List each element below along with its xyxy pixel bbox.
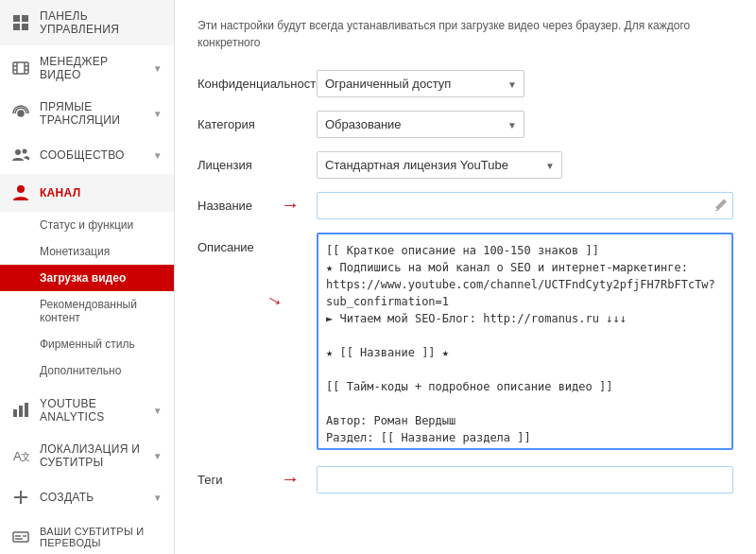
sidebar-subitem-upload[interactable]: Загрузка видео <box>0 265 174 291</box>
sidebar-item-subtitles[interactable]: ВАШИ СУБТИТРЫ И ПЕРЕВОДЫ <box>0 516 174 554</box>
edit-icon <box>714 198 728 214</box>
translate-icon: A 文 <box>11 446 30 465</box>
category-select-wrapper: Образование Развлечения Наука и технолог… <box>317 111 524 138</box>
sidebar-label-localization: ЛОКАЛИЗАЦИЯ И СУБТИТРЫ <box>40 442 144 469</box>
privacy-select-wrapper: Ограниченный доступ Открытый доступ Скры… <box>317 70 524 97</box>
sidebar-label-dashboard: ПАНЕЛЬ УПРАВЛЕНИЯ <box>40 9 163 36</box>
arrow-name-indicator: → <box>281 194 300 216</box>
sidebar-label-subtitles: ВАШИ СУБТИТРЫ И ПЕРЕВОДЫ <box>40 526 163 548</box>
category-row: Категория Образование Развлечения Наука … <box>198 111 733 138</box>
description-row: Описание → <box>198 233 733 453</box>
sidebar-label-community: СООБЩЕСТВО <box>40 148 125 162</box>
film-icon <box>11 59 30 78</box>
sidebar-item-live[interactable]: ПРЯМЫЕ ТРАНСЛЯЦИИ ▼ <box>0 91 174 136</box>
sidebar: ПАНЕЛЬ УПРАВЛЕНИЯ МЕНЕДЖЕР ВИДЕО ▼ П <box>0 0 175 554</box>
license-select[interactable]: Стандартная лицензия YouTube Creative Co… <box>317 151 562 179</box>
sidebar-item-dashboard[interactable]: ПАНЕЛЬ УПРАВЛЕНИЯ <box>0 0 174 45</box>
plus-icon <box>11 488 30 507</box>
arrow-description-indicator: → <box>262 286 289 315</box>
license-select-wrapper: Стандартная лицензия YouTube Creative Co… <box>317 151 562 179</box>
chevron-down-icon: ▼ <box>153 63 163 74</box>
svg-rect-21 <box>14 496 27 498</box>
description-wrapper <box>317 233 733 453</box>
privacy-row: Конфиденциальность Ограниченный доступ О… <box>198 70 733 97</box>
tags-input-wrapper <box>317 466 733 493</box>
radio-icon <box>11 104 30 123</box>
category-select[interactable]: Образование Развлечения Наука и технолог… <box>317 111 524 138</box>
people-icon <box>11 146 30 164</box>
svg-rect-16 <box>19 406 23 417</box>
license-row: Лицензия Стандартная лицензия YouTube Cr… <box>198 151 733 179</box>
sidebar-subitem-status[interactable]: Статус и функции <box>0 212 174 238</box>
privacy-control: Ограниченный доступ Открытый доступ Скры… <box>317 70 733 97</box>
svg-rect-2 <box>13 24 20 30</box>
name-row: Название → <box>198 192 733 219</box>
description-label: Описание <box>198 233 301 254</box>
svg-rect-4 <box>13 62 28 74</box>
tags-row: Теги → <box>198 466 733 493</box>
svg-point-14 <box>17 185 25 193</box>
sidebar-item-analytics[interactable]: YOUTUBE ANALYTICS ▼ <box>0 388 174 433</box>
description-textarea[interactable] <box>317 233 733 450</box>
license-control: Стандартная лицензия YouTube Creative Co… <box>317 151 733 179</box>
sidebar-subitem-style[interactable]: Фирменный стиль <box>0 331 174 357</box>
sidebar-item-create[interactable]: СОЗДАТЬ ▼ <box>0 478 174 516</box>
sidebar-subitem-advanced[interactable]: Дополнительно <box>0 357 174 384</box>
privacy-select[interactable]: Ограниченный доступ Открытый доступ Скры… <box>317 70 524 97</box>
sidebar-label-live: ПРЯМЫЕ ТРАНСЛЯЦИИ <box>40 100 144 127</box>
license-label: Лицензия <box>198 151 301 172</box>
sidebar-subitem-monetization[interactable]: Монетизация <box>0 238 174 265</box>
chevron-down-icon: ▼ <box>153 109 163 119</box>
chevron-down-icon: ▼ <box>153 451 163 461</box>
sidebar-label-create: СОЗДАТЬ <box>40 491 94 504</box>
sidebar-item-community[interactable]: СООБЩЕСТВО ▼ <box>0 136 174 174</box>
sidebar-item-video-manager[interactable]: МЕНЕДЖЕР ВИДЕО ▼ <box>0 45 174 91</box>
privacy-label: Конфиденциальность <box>198 70 301 91</box>
tags-input[interactable] <box>317 466 733 493</box>
bar-chart-icon <box>11 401 30 420</box>
category-control: Образование Развлечения Наука и технолог… <box>317 111 733 138</box>
svg-point-11 <box>18 111 24 116</box>
sidebar-item-localization[interactable]: A 文 ЛОКАЛИЗАЦИЯ И СУБТИТРЫ ▼ <box>0 433 174 478</box>
main-content: Эти настройки будут всегда устанавливать… <box>175 0 756 554</box>
name-input[interactable] <box>317 192 733 219</box>
svg-rect-1 <box>22 15 28 22</box>
svg-point-12 <box>15 149 21 155</box>
chevron-down-icon: ▼ <box>153 493 163 503</box>
sidebar-subitem-recommended[interactable]: Рекомендованный контент <box>0 291 174 331</box>
sidebar-item-channel[interactable]: КАНАЛ <box>0 174 174 212</box>
category-label: Категория <box>198 111 301 131</box>
svg-rect-15 <box>13 409 17 417</box>
sidebar-label-video-manager: МЕНЕДЖЕР ВИДЕО <box>40 55 144 81</box>
svg-point-13 <box>23 149 27 154</box>
name-input-wrapper <box>317 192 733 219</box>
svg-rect-0 <box>13 15 20 22</box>
sidebar-label-channel: КАНАЛ <box>40 186 80 199</box>
grid-icon <box>11 13 30 32</box>
svg-text:文: 文 <box>21 451 29 462</box>
person-icon <box>11 183 30 202</box>
chevron-down-icon: ▼ <box>153 150 163 161</box>
svg-rect-22 <box>13 532 28 542</box>
arrow-tags-indicator: → <box>281 468 300 490</box>
svg-rect-17 <box>25 403 28 417</box>
caption-icon <box>11 528 30 546</box>
sidebar-label-analytics: YOUTUBE ANALYTICS <box>40 397 144 424</box>
page-description: Эти настройки будут всегда устанавливать… <box>198 17 733 51</box>
chevron-down-icon: ▼ <box>153 406 163 416</box>
svg-rect-3 <box>22 24 28 30</box>
